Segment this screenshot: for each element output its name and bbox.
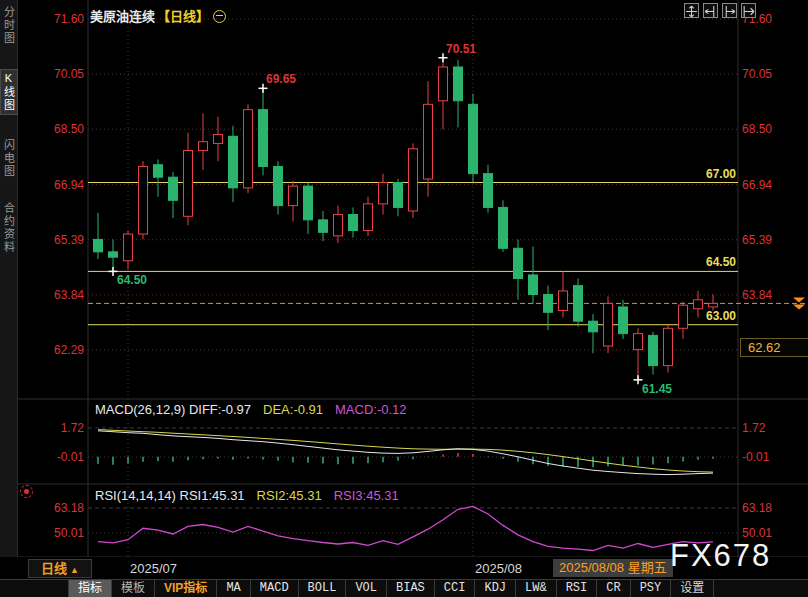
chevron-up-icon: ▲	[70, 565, 79, 575]
chart-app: 分时图K线图闪电图合约资料 美原油连续【日线】 71.6070.0568.506…	[0, 0, 808, 597]
toolbar-corner	[0, 580, 69, 597]
price-tick-label: 66.94	[38, 178, 84, 192]
toolbar-item-模板[interactable]: 模板	[112, 580, 155, 597]
price-tick-label: 68.50	[38, 122, 84, 136]
toolbar-item-PSY[interactable]: PSY	[631, 580, 672, 597]
toolbar-item-VOL[interactable]: VOL	[346, 580, 387, 597]
candlestick-chart[interactable]	[0, 0, 808, 597]
price-annotation: 64.50	[117, 273, 147, 287]
toolbar-item-VIP指标[interactable]: VIP指标	[155, 580, 217, 597]
axis-shift-left-icon[interactable]	[703, 3, 718, 18]
price-tick-label: 62.29	[38, 343, 84, 357]
x-tick-month: 2025/07	[130, 561, 177, 576]
price-annotation: 61.45	[642, 382, 672, 396]
toolbar-item-LW&[interactable]: LW&	[516, 580, 557, 597]
rsi1-value: RSI(14,14,14) RSI1:45.31	[95, 488, 245, 503]
macd-tick-label: -0.01	[742, 450, 769, 464]
toolbar-item-指标[interactable]: 指标	[69, 580, 112, 597]
rsi-header: RSI(14,14,14) RSI1:45.31RSI2:45.31RSI3:4…	[95, 488, 399, 503]
bottom-toolbar: 指标模板VIP指标MAMACDBOLLVOLBIASCCIKDJLW&RSICR…	[0, 579, 808, 597]
rsi-tick-label: 63.18	[742, 501, 772, 515]
fx678-watermark: FX678	[670, 538, 771, 574]
rsi-tick-label: 63.18	[38, 501, 84, 515]
sidebar-item-K线图[interactable]: K线图	[0, 69, 18, 115]
hline-price-label: 63.00	[636, 309, 736, 323]
price-tick-label: 68.50	[742, 122, 772, 136]
sidebar-item-分时图[interactable]: 分时图	[1, 6, 17, 45]
minus-circle-icon[interactable]	[213, 10, 226, 23]
x-tick-month: 2025/08	[475, 561, 522, 576]
price-tick-label: 70.05	[742, 67, 772, 81]
pan-right-icon[interactable]	[741, 3, 756, 18]
macd-diff-value: MACD(26,12,9) DIFF:-0.97	[95, 402, 251, 417]
toolbar-item-RSI[interactable]: RSI	[557, 580, 598, 597]
selected-date-label: 2025/08/08 星期五	[553, 559, 673, 577]
toolbar-item-MACD[interactable]: MACD	[251, 580, 299, 597]
symbol-name: 美原油连续	[90, 9, 155, 24]
current-price-box: 62.62	[740, 338, 808, 357]
rsi-tick-label: 50.01	[38, 526, 84, 540]
price-tick-label: 63.84	[742, 288, 772, 302]
window-tool-icons	[684, 3, 756, 18]
price-tick-label: 71.60	[38, 12, 84, 26]
crosshair-icon[interactable]	[684, 3, 699, 18]
price-annotation: 69.65	[266, 72, 296, 86]
sidebar-item-闪电图[interactable]: 闪电图	[1, 139, 17, 178]
toolbar-item-CR[interactable]: CR	[597, 580, 630, 597]
price-tick-label: 70.05	[38, 67, 84, 81]
panel-settings-icon[interactable]	[20, 485, 33, 498]
price-tick-label: 65.39	[38, 233, 84, 247]
axis-shift-right-icon[interactable]	[722, 3, 737, 18]
price-tick-label: 65.39	[742, 233, 772, 247]
toolbar-item-BIAS[interactable]: BIAS	[387, 580, 435, 597]
price-tick-label: 66.94	[742, 178, 772, 192]
toolbar-item-设置[interactable]: 设置	[671, 580, 714, 597]
macd-tick-label: -0.01	[38, 450, 84, 464]
chart-title: 美原油连续【日线】	[90, 6, 226, 25]
toolbar-item-BOLL[interactable]: BOLL	[299, 580, 347, 597]
hline-price-label: 64.50	[636, 255, 736, 269]
macd-hist-value: MACD:-0.12	[335, 402, 407, 417]
sidebar-item-合约资料[interactable]: 合约资料	[1, 202, 17, 254]
toolbar-item-MA[interactable]: MA	[217, 580, 250, 597]
hline-price-label: 67.00	[636, 167, 736, 181]
rsi3-value: RSI3:45.31	[334, 488, 399, 503]
period-selector[interactable]: 日线▲	[28, 559, 92, 578]
left-sidebar: 分时图K线图闪电图合约资料	[0, 0, 18, 557]
macd-header: MACD(26,12,9) DIFF:-0.97DEA:-0.91MACD:-0…	[95, 402, 407, 417]
price-tick-label: 63.84	[38, 288, 84, 302]
toolbar-item-CCI[interactable]: CCI	[435, 580, 476, 597]
price-annotation: 70.51	[446, 42, 476, 56]
macd-dea-value: DEA:-0.91	[263, 402, 323, 417]
macd-tick-label: 1.72	[742, 421, 765, 435]
period-selector-label: 日线	[41, 561, 67, 576]
toolbar-item-KDJ[interactable]: KDJ	[475, 580, 516, 597]
macd-tick-label: 1.72	[38, 421, 84, 435]
period-label: 【日线】	[157, 9, 209, 24]
rsi2-value: RSI2:45.31	[257, 488, 322, 503]
